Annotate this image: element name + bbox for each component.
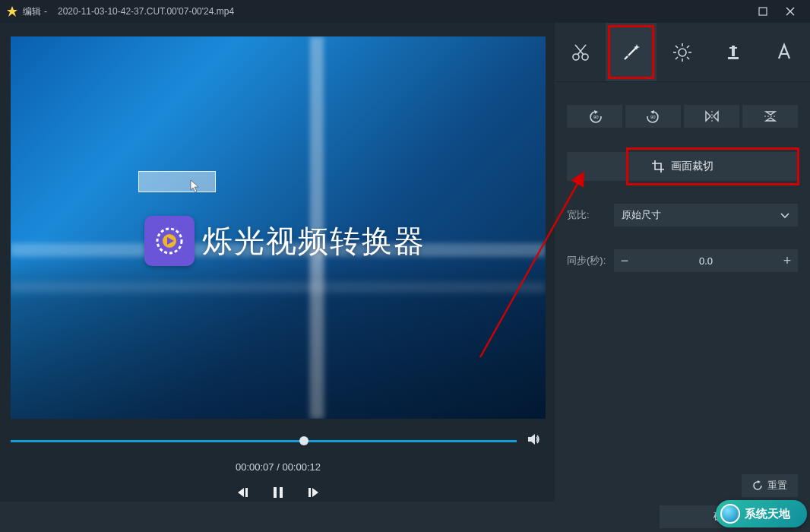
site-watermark: 系统天地 [716,500,807,527]
tab-text[interactable] [759,23,810,81]
tab-trim[interactable] [555,23,606,81]
svg-rect-29 [728,57,739,59]
reset-icon [752,480,763,491]
svg-line-18 [628,55,628,56]
rotate-ccw-button[interactable]: 90 [567,105,622,128]
overlay-brand-text: 烁光视频转换器 [202,220,426,262]
preview-pane: 烁光视频转换器 00:00:07 / 00:00:12 [0,23,555,502]
sync-increase-button[interactable]: + [777,249,798,272]
svg-rect-1 [759,8,767,15]
window-maximize-button[interactable] [749,0,777,23]
svg-line-17 [625,47,637,59]
sync-decrease-button[interactable]: − [614,249,635,272]
sync-label: 同步(秒): [567,254,608,268]
flip-vertical-button[interactable] [742,105,798,128]
tab-adjust[interactable] [657,23,707,81]
svg-rect-12 [308,488,311,497]
video-preview[interactable]: 烁光视频转换器 [11,36,546,419]
watermark-text: 系统天地 [745,507,790,521]
sync-value: 0.0 [635,255,777,267]
rotate-cw-button[interactable]: 90 [625,105,681,128]
svg-marker-39 [766,118,775,121]
svg-marker-31 [594,110,598,114]
tool-tabs [555,23,810,82]
chevron-down-icon [780,211,790,219]
crop-label: 画面裁切 [671,160,713,173]
effects-panel: 90 90 画面裁切 宽比: 原始尺寸 同步(秒): [555,23,810,502]
svg-text:90: 90 [650,115,656,119]
tab-watermark[interactable] [708,23,759,81]
prev-frame-button[interactable] [236,486,250,502]
svg-marker-33 [650,110,654,114]
flip-horizontal-button[interactable] [684,105,739,128]
volume-icon[interactable] [527,432,543,449]
current-filename: 2020-11-03-10-42-37.CUT.00'07-00'24.mp4 [58,6,234,17]
crop-button[interactable]: 画面裁切 [567,152,798,181]
footer-bar: 确定 [0,502,810,532]
svg-marker-36 [713,112,718,121]
tab-magic-effects[interactable] [606,23,657,81]
aspect-ratio-value: 原始尺寸 [622,208,661,222]
svg-rect-30 [729,47,737,49]
svg-rect-9 [274,487,277,498]
svg-text:90: 90 [593,115,599,119]
svg-line-26 [687,46,689,48]
svg-line-24 [676,46,678,48]
svg-line-27 [676,57,678,59]
svg-rect-8 [245,488,248,497]
svg-marker-11 [312,488,318,497]
aspect-ratio-select[interactable]: 原始尺寸 [614,204,798,226]
svg-marker-41 [758,480,761,483]
overlay-logo-icon [144,216,195,266]
seek-thumb[interactable] [299,436,308,445]
crop-icon [651,160,665,173]
svg-marker-0 [7,6,17,17]
svg-marker-38 [766,112,775,115]
app-logo-icon [6,5,18,17]
seek-bar[interactable] [11,432,543,449]
svg-marker-7 [238,488,244,497]
svg-line-25 [687,57,689,59]
titlebar: 编辑 - 2020-11-03-10-42-37.CUT.00'07-00'24… [0,0,810,23]
window-title: 编辑 [23,5,41,18]
cursor-icon [190,179,201,193]
next-frame-button[interactable] [306,486,320,502]
pause-button[interactable] [273,486,283,502]
reset-label: 重置 [767,479,787,492]
aspect-ratio-label: 宽比: [567,208,608,222]
window-close-button[interactable] [777,0,804,23]
svg-marker-35 [706,112,710,121]
globe-icon [720,504,740,524]
sync-stepper: − 0.0 + [614,249,798,272]
svg-rect-10 [280,487,283,498]
reset-button[interactable]: 重置 [742,474,798,497]
time-display: 00:00:07 / 00:00:12 [11,461,546,473]
selection-rectangle [138,171,216,192]
svg-point-19 [679,49,686,56]
overlay-brand: 烁光视频转换器 [144,216,426,266]
